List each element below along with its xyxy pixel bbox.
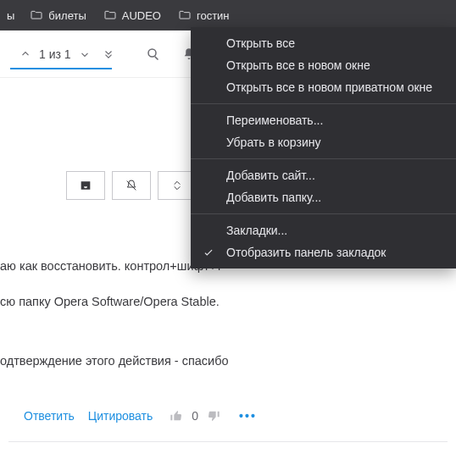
bell-off-icon — [125, 179, 138, 192]
folder-icon — [178, 8, 192, 22]
folder-label: гостин — [197, 9, 230, 22]
chevron-down-icon — [79, 48, 91, 60]
bookmark-folder-audeo[interactable]: AUDEO — [95, 0, 170, 30]
menu-bookmarks[interactable]: Закладки... — [191, 219, 456, 241]
downvote-button[interactable] — [207, 409, 220, 423]
thumb-down-icon — [207, 409, 220, 423]
post-line: сю папку Opera Software/Opera Stable. — [0, 285, 456, 320]
thumb-up-icon — [170, 409, 183, 423]
menu-add-site[interactable]: Добавить сайт... — [191, 164, 456, 186]
divider — [8, 441, 448, 442]
menu-open-all[interactable]: Открыть все — [191, 32, 456, 54]
menu-trash[interactable]: Убрать в корзину — [191, 131, 456, 153]
menu-label: Отобразить панель закладок — [226, 246, 386, 259]
nav-count: 1 из 1 — [37, 47, 73, 61]
menu-open-all-private[interactable]: Открыть все в новом приватном окне — [191, 76, 456, 98]
nav-last-button[interactable] — [97, 39, 120, 69]
more-actions-button[interactable]: ••• — [239, 409, 257, 423]
folder-icon — [103, 8, 117, 22]
menu-add-folder[interactable]: Добавить папку... — [191, 186, 456, 208]
sort-icon — [170, 179, 184, 192]
folder-label: билеты — [48, 9, 86, 22]
menu-open-all-new-window[interactable]: Открыть все в новом окне — [191, 54, 456, 76]
menu-separator — [191, 213, 456, 214]
menu-separator — [191, 158, 456, 159]
mute-button[interactable] — [112, 171, 151, 200]
inbox-icon — [79, 179, 92, 192]
menu-rename[interactable]: Переименовать... — [191, 109, 456, 131]
check-icon — [203, 246, 214, 258]
post-footer: Ответить Цитировать 0 ••• — [0, 379, 456, 429]
bookmark-folder-tickets[interactable]: билеты — [21, 0, 94, 30]
post-line: одтверждение этого действия - спасибо — [0, 320, 456, 379]
bookmarks-context-menu: Открыть все Открыть все в новом окне Отк… — [191, 27, 456, 268]
bookmark-folder-hotels[interactable]: гостин — [170, 0, 238, 30]
inbox-button[interactable] — [66, 171, 105, 200]
folder-icon — [30, 8, 43, 22]
vote-count: 0 — [192, 409, 198, 423]
bookmarks-bar: ы билеты AUDEO гостин — [0, 0, 456, 30]
nav-next-button[interactable] — [73, 39, 97, 69]
search-icon — [146, 47, 161, 62]
reply-link[interactable]: Ответить — [24, 409, 75, 423]
menu-show-bookmarks-bar[interactable]: Отобразить панель закладок — [191, 241, 456, 263]
nav-first-button[interactable] — [14, 39, 37, 69]
active-tab-underline — [10, 68, 112, 69]
upvote-button[interactable] — [170, 409, 183, 423]
menu-separator — [191, 103, 456, 104]
truncated-folder-label: ы — [5, 9, 16, 22]
folder-label: AUDEO — [122, 9, 161, 22]
double-chevron-down-icon — [103, 48, 114, 60]
search-button[interactable] — [139, 39, 168, 69]
quote-link[interactable]: Цитировать — [88, 409, 153, 423]
chevron-up-icon — [19, 48, 31, 60]
